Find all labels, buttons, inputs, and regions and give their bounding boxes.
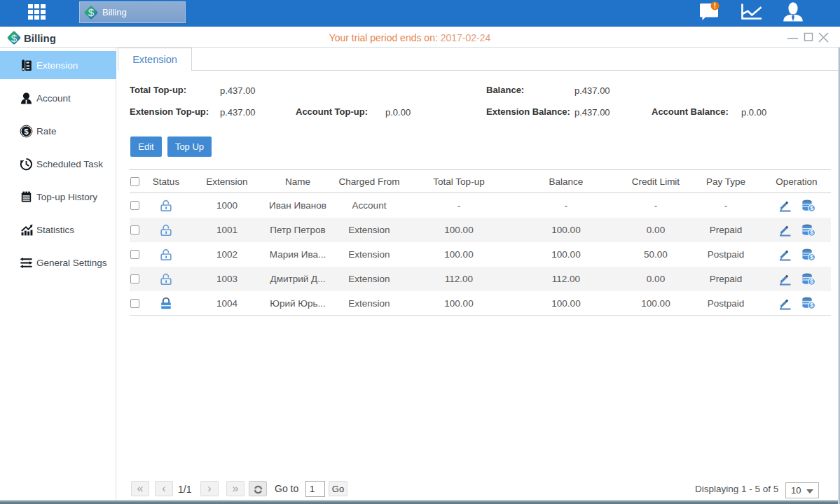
- svg-text:$: $: [810, 229, 813, 236]
- svg-text:$: $: [810, 204, 813, 211]
- svg-text:$: $: [810, 278, 813, 285]
- svg-text:$: $: [810, 253, 813, 260]
- svg-text:$: $: [24, 127, 28, 135]
- svg-text:$: $: [810, 302, 813, 309]
- svg-text:!: !: [714, 2, 716, 10]
- svg-text:$: $: [88, 6, 95, 18]
